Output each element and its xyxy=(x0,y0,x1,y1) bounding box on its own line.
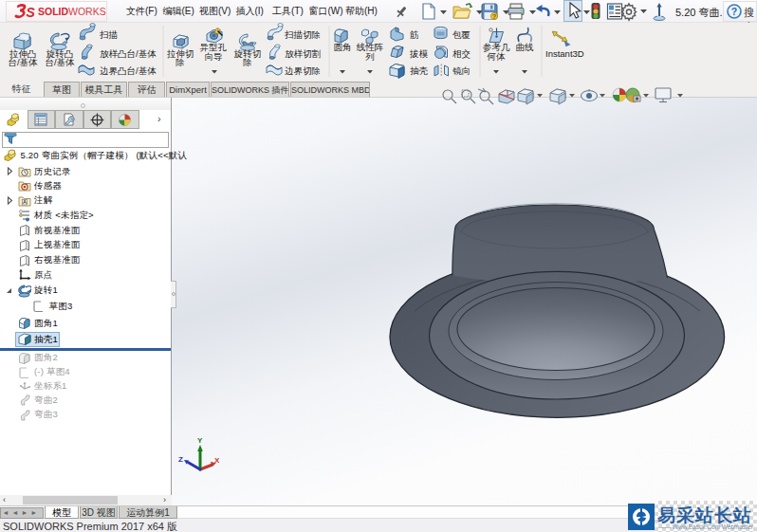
svg-text:Z: Z xyxy=(178,455,183,464)
svg-text:Y: Y xyxy=(197,436,203,445)
svg-text:WORKS: WORKS xyxy=(68,6,106,17)
svg-text:S: S xyxy=(27,5,36,20)
svg-text:A: A xyxy=(23,199,27,205)
svg-text:SOLID: SOLID xyxy=(38,6,69,17)
svg-text:?: ? xyxy=(492,12,497,21)
svg-text:?: ? xyxy=(731,6,737,17)
svg-text:X: X xyxy=(214,456,220,465)
